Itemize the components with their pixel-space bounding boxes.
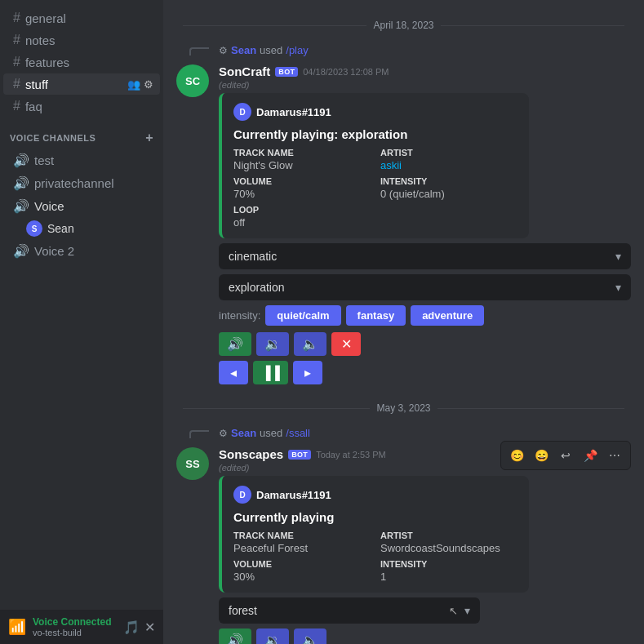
microphone-icon[interactable]: 🎵: [123, 620, 140, 635]
settings-icon[interactable]: ⚙: [144, 78, 153, 91]
embed-field-intensity-2: Intensity 1: [380, 559, 517, 583]
date-divider-2: May 3, 2023: [176, 402, 631, 414]
sidebar: # general # notes # features # stuff 👥 ⚙…: [0, 0, 163, 644]
member-icon[interactable]: 👥: [127, 78, 140, 91]
embed-field-trackname: Track name Night's Glow: [233, 148, 371, 171]
bot-name-1: SonCraft: [219, 64, 270, 78]
msg-content-2: Sonscapes BOT Today at 2:53 PM (edited) …: [219, 447, 631, 644]
speaker-icon: 🔊: [13, 243, 29, 259]
stop-button[interactable]: ✕: [331, 332, 361, 356]
main-content: April 18, 2023 ⚙ Sean used /play SC SonC…: [163, 0, 644, 644]
bot-badge-1: BOT: [275, 67, 298, 77]
sidebar-item-privatechannel[interactable]: 🔊 privatechannel: [3, 172, 160, 194]
disconnect-icon[interactable]: ✕: [144, 620, 155, 635]
nav-row-1: ◂ ▐▐ ▸: [219, 361, 631, 384]
msg-edited-1: (edited): [219, 80, 631, 90]
next-button[interactable]: ▸: [293, 361, 322, 384]
channel-list: # general # notes # features # stuff 👥 ⚙…: [0, 0, 163, 610]
voice-member-sean[interactable]: S Sean: [3, 218, 160, 239]
prev-button[interactable]: ◂: [219, 361, 248, 384]
voice-connected-bar: 📶 Voice Connected vo-test-build 🎵 ✕: [0, 610, 163, 644]
dropdown-forest[interactable]: forest ↖ ▾: [219, 597, 480, 624]
voice-info: Voice Connected vo-test-build: [33, 616, 117, 637]
chevron-down-icon: ▾: [464, 604, 470, 617]
embed-author-2: D Damarus#1191: [233, 486, 517, 504]
volume-down-button-2[interactable]: 🔉: [256, 628, 289, 644]
embed-author-avatar-2: D: [233, 486, 251, 504]
embed-author-1: D Damarus#1191: [233, 103, 517, 121]
command-name: /play: [286, 44, 308, 56]
msg-header-1: SonCraft BOT 04/18/2023 12:08 PM: [219, 64, 631, 78]
bot-badge-2: BOT: [288, 450, 311, 460]
speaker-icon: 🔊: [13, 153, 29, 168]
artist-link[interactable]: askii: [380, 159, 517, 171]
intensity-label: intensity:: [219, 309, 260, 322]
pin-icon[interactable]: 📌: [580, 445, 601, 466]
embed-card-2: D Damarus#1191 Currently playing Track n…: [219, 476, 529, 593]
volume-medium-button-2[interactable]: 🔈: [294, 628, 326, 644]
sidebar-item-stuff[interactable]: # stuff 👥 ⚙: [3, 73, 160, 95]
embed-title-2: Currently playing: [233, 510, 517, 524]
add-voice-channel-button[interactable]: +: [145, 131, 153, 145]
more-icon[interactable]: ⋯: [604, 445, 625, 466]
messages-area: April 18, 2023 ⚙ Sean used /play SC SonC…: [163, 0, 644, 644]
sidebar-item-features[interactable]: # features: [3, 51, 160, 73]
command-user-2[interactable]: Sean: [231, 427, 256, 439]
volume-medium-button[interactable]: 🔈: [294, 332, 326, 356]
dropdown-exploration[interactable]: exploration ▾: [219, 274, 631, 300]
command-user-icon: ⚙: [219, 45, 228, 56]
sidebar-item-faq[interactable]: # faq: [3, 95, 160, 117]
sidebar-item-voice2[interactable]: 🔊 Voice 2: [3, 240, 160, 262]
volume-down-button[interactable]: 🔉: [256, 332, 289, 356]
sidebar-item-voice[interactable]: 🔊 Voice: [3, 195, 160, 217]
cursor-indicator: ↖: [449, 605, 458, 617]
embed-field-volume: Volume 70%: [233, 176, 371, 200]
volume-up-button-2[interactable]: 🔊: [219, 628, 251, 644]
fantasy-button[interactable]: fantasy: [346, 305, 406, 326]
reply-icon[interactable]: ↩: [555, 445, 576, 466]
embed-author-name-1: Damarus#1191: [256, 106, 331, 118]
playback-row-1: 🔊 🔉 🔈 ✕: [219, 332, 631, 356]
avatar-soncraft: SC: [176, 64, 209, 97]
command-user[interactable]: Sean: [231, 44, 256, 56]
hash-icon: #: [13, 99, 20, 113]
msg-content-1: SonCraft BOT 04/18/2023 12:08 PM (edited…: [219, 64, 631, 389]
playback-row-2: 🔊 🔉 🔈: [219, 628, 631, 644]
embed-field-volume-2: Volume 30%: [233, 559, 371, 583]
voice-controls: 🎵 ✕: [123, 620, 155, 635]
message-block-soncraft: SC SonCraft BOT 04/18/2023 12:08 PM (edi…: [176, 64, 631, 389]
sidebar-item-general[interactable]: # general: [3, 7, 160, 29]
message-block-1: ⚙ Sean used /play: [176, 44, 631, 61]
quiet-calm-button[interactable]: quiet/calm: [265, 305, 340, 326]
embed-author-avatar-1: D: [233, 103, 251, 121]
embed-field-intensity: Intensity 0 (quiet/calm): [380, 176, 517, 200]
message-actions: 😊 😄 ↩ 📌 ⋯: [500, 441, 631, 470]
play-pause-button[interactable]: ▐▐: [253, 361, 288, 384]
dropdown-cinematic[interactable]: cinematic ▾: [219, 243, 631, 269]
hash-icon: #: [13, 55, 20, 69]
volume-up-button[interactable]: 🔊: [219, 332, 251, 356]
signal-icon: 📶: [8, 618, 26, 636]
avatar: S: [26, 220, 42, 237]
voice-connected-channel: vo-test-build: [33, 628, 117, 637]
sidebar-item-test[interactable]: 🔊 test: [3, 149, 160, 171]
command-user-icon: ⚙: [219, 428, 228, 439]
bot-name-2: Sonscapes: [219, 447, 283, 461]
adventure-button[interactable]: adventure: [411, 305, 484, 326]
embed-field-loop: Loop off: [233, 205, 517, 229]
avatar-sonscapes: SS: [176, 447, 209, 480]
embed-field-artist: Artist askii: [380, 148, 517, 171]
command-name-2: /ssall: [286, 427, 310, 439]
emoji-react-2-icon[interactable]: 😄: [531, 445, 552, 466]
chevron-down-icon: ▾: [615, 250, 621, 263]
embed-author-name-2: Damarus#1191: [256, 489, 331, 501]
command-used-2: ⚙ Sean used /ssall: [219, 427, 631, 439]
embed-fields-1: Track name Night's Glow Artist askii Vol…: [233, 148, 517, 229]
chevron-down-icon: ▾: [615, 281, 621, 294]
msg-time-1: 04/18/2023 12:08 PM: [303, 67, 389, 77]
emoji-react-icon[interactable]: 😊: [506, 445, 527, 466]
message-block-sonscapes: SS Sonscapes BOT Today at 2:53 PM (edite…: [176, 447, 631, 644]
embed-fields-2: Track name Peaceful Forest Artist Swordc…: [233, 531, 517, 583]
hash-icon: #: [13, 77, 20, 91]
sidebar-item-notes[interactable]: # notes: [3, 29, 160, 51]
